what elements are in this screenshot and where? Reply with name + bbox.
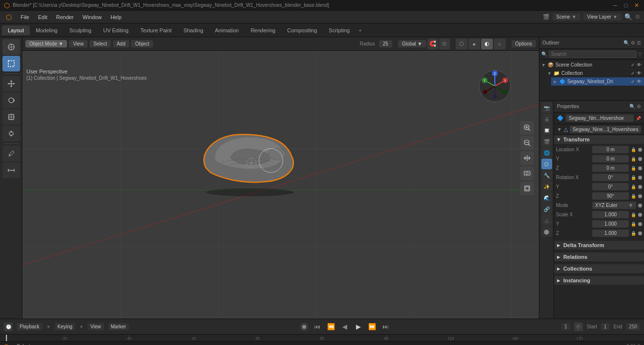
delta-transform-header[interactable]: ► Delta Transform — [554, 241, 644, 250]
start-frame-display[interactable]: 1 — [601, 323, 610, 330]
location-y-keyframe-dot[interactable] — [638, 157, 642, 161]
filter-icon[interactable]: ⚙ — [635, 14, 640, 20]
prop-tab-physics[interactable]: 🌊 — [541, 192, 552, 203]
rendered-shading-button[interactable]: ○ — [494, 39, 506, 49]
prop-tab-object-data[interactable]: △ — [541, 215, 552, 226]
workspace-tab-sculpting[interactable]: Sculpting — [64, 25, 97, 35]
menu-window[interactable]: Window — [79, 13, 106, 21]
play-button[interactable]: ▶ — [354, 322, 363, 332]
rotation-y-lock-icon[interactable]: 🔒 — [631, 184, 636, 189]
prop-tab-particles[interactable]: ✨ — [541, 181, 552, 192]
workspace-tab-layout[interactable]: Layout — [2, 25, 30, 35]
wireframe-shading-button[interactable]: ⬡ — [456, 39, 467, 49]
view-button[interactable]: View — [88, 323, 104, 330]
end-frame-display[interactable]: 250 — [626, 323, 640, 330]
col-eye-icon[interactable]: 👁 — [636, 70, 642, 76]
viewport[interactable]: Object Mode ▼ View Select Add Object Rad… — [22, 37, 539, 319]
instancing-header[interactable]: ► Instancing — [554, 276, 644, 285]
scene-col-render-icon[interactable]: ✓ — [630, 62, 635, 68]
outliner-collection[interactable]: ▼ 📁 Collection ✓ 👁 — [545, 69, 644, 77]
location-y-value[interactable]: 0 m — [592, 155, 629, 162]
col-render-icon[interactable]: ✓ — [630, 70, 635, 76]
current-frame-display[interactable]: 1 — [561, 323, 570, 330]
object-menu-button[interactable]: Object — [131, 40, 153, 47]
solid-shading-button[interactable]: ● — [468, 39, 480, 49]
object-name-input[interactable]: Segway_Nin...Hovershoe — [566, 115, 634, 122]
menu-help[interactable]: Help — [107, 13, 126, 21]
marker-button[interactable]: Marker — [108, 323, 129, 330]
orientation-gizmo[interactable]: Z X Y — [478, 69, 511, 104]
location-z-lock-icon[interactable]: 🔒 — [631, 166, 636, 171]
mode-keyframe-dot[interactable] — [638, 204, 642, 207]
rotation-mode-dropdown[interactable]: XYZ Euler ▼ — [592, 202, 636, 209]
scene-button[interactable]: Scene ▼ — [553, 13, 580, 21]
mesh-name-value[interactable]: Segway_Nine...1_Hovershoes — [570, 126, 642, 133]
outliner-filter-options-icon[interactable]: ▽ — [638, 51, 642, 57]
obj-render-icon[interactable]: ✓ — [630, 78, 635, 85]
timeline-mode-icon[interactable]: 🕐 — [4, 322, 13, 331]
add-menu-button[interactable]: Add — [113, 40, 130, 47]
location-z-keyframe-dot[interactable] — [638, 166, 642, 170]
search-icon[interactable]: 🔍 — [624, 13, 632, 21]
jump-start-button[interactable]: ⏮ — [312, 322, 322, 332]
workspace-tab-compositing[interactable]: Compositing — [281, 25, 323, 35]
cursor-tool-button[interactable] — [2, 39, 20, 55]
pan-button[interactable] — [520, 151, 534, 165]
scale-x-keyframe-dot[interactable] — [638, 213, 642, 217]
location-y-lock-icon[interactable]: 🔒 — [631, 157, 636, 161]
next-keyframe-button[interactable]: ⏩ — [367, 322, 377, 332]
location-z-value[interactable]: 0 m — [592, 164, 629, 172]
scale-x-lock-icon[interactable]: 🔒 — [631, 212, 636, 217]
workspace-tab-shading[interactable]: Shading — [178, 25, 209, 35]
rotation-z-lock-icon[interactable]: 🔒 — [631, 194, 636, 199]
rotation-x-value[interactable]: 0° — [592, 174, 629, 181]
prev-keyframe-button[interactable]: ⏪ — [326, 322, 336, 332]
step-back-button[interactable]: ◀ — [340, 322, 350, 332]
prop-tab-modifier[interactable]: 🔧 — [541, 170, 552, 181]
viewport-options-button[interactable]: Options — [511, 40, 536, 47]
scale-y-keyframe-dot[interactable] — [638, 222, 642, 226]
prop-tab-view-layer[interactable]: 🔲 — [541, 125, 552, 136]
view-layer-button[interactable]: View Layer ▼ — [583, 13, 622, 21]
scale-y-lock-icon[interactable]: 🔒 — [631, 222, 636, 227]
playback-dropdown-icon[interactable]: ▼ — [46, 324, 51, 329]
scene-col-eye-icon[interactable]: 👁 — [636, 62, 642, 68]
prop-search-icon[interactable]: 🔍 — [629, 104, 635, 109]
prop-filter-icon[interactable]: ⚙ — [637, 104, 641, 109]
move-tool-button[interactable] — [2, 76, 20, 92]
outliner-view-icon[interactable]: ☰ — [637, 40, 641, 46]
location-x-lock-icon[interactable]: 🔒 — [631, 147, 636, 152]
scale-z-keyframe-dot[interactable] — [638, 231, 642, 235]
scale-z-value[interactable]: 1.000 — [592, 230, 629, 237]
scale-y-value[interactable]: 1.000 — [592, 220, 629, 228]
obj-eye-icon[interactable]: 👁 — [636, 78, 642, 85]
transform-section-header[interactable]: ▼ Transform — [554, 135, 644, 144]
location-x-keyframe-dot[interactable] — [638, 148, 642, 152]
jump-end-button[interactable]: ⏭ — [381, 322, 391, 332]
annotate-tool-button[interactable] — [2, 146, 20, 161]
prop-tab-material[interactable]: ⬤ — [541, 226, 552, 237]
zoom-in-button[interactable] — [520, 121, 534, 135]
prop-tab-constraints[interactable]: 🔗 — [541, 204, 552, 214]
minimize-button[interactable]: ─ — [612, 2, 619, 9]
mesh-dropdown-icon[interactable]: ▼ — [557, 127, 562, 132]
keying-button[interactable]: Keying — [55, 323, 76, 330]
timeline-scrub-area[interactable]: -70 -40 -10 20 50 80 110 140 170 — [0, 334, 644, 341]
playback-button[interactable]: Playback — [17, 323, 43, 330]
select-box-tool-button[interactable] — [2, 56, 20, 71]
scale-x-value[interactable]: 1.000 — [592, 211, 629, 218]
transform-global-button[interactable]: Global ▼ — [398, 40, 426, 47]
object-name-pin-icon[interactable]: 📌 — [636, 116, 641, 121]
menu-render[interactable]: Render — [52, 13, 78, 21]
prop-tab-world[interactable]: 🌐 — [541, 147, 552, 158]
workspace-tab-animation[interactable]: Animation — [209, 25, 245, 35]
workspace-tab-uv-editing[interactable]: UV Editing — [97, 25, 134, 35]
prop-tab-object[interactable]: ⬡ — [541, 159, 552, 169]
rotation-z-keyframe-dot[interactable] — [638, 194, 642, 198]
outliner-search-input[interactable] — [549, 50, 637, 58]
object-mode-button[interactable]: Object Mode ▼ — [25, 40, 67, 47]
material-shading-button[interactable]: ◐ — [481, 39, 493, 49]
rotate-tool-button[interactable] — [2, 92, 20, 108]
workspace-tab-scripting[interactable]: Scripting — [323, 25, 355, 35]
tool-radius-value[interactable]: 25 — [379, 40, 392, 47]
